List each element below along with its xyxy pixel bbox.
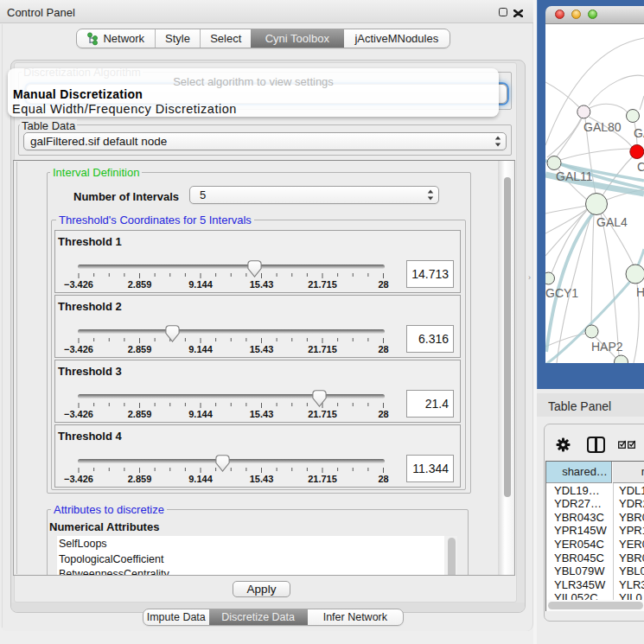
svg-text:GAL80: GAL80: [583, 120, 622, 134]
svg-text:HAP2: HAP2: [591, 340, 623, 354]
svg-text:GAL11: GAL11: [556, 169, 593, 183]
svg-text:GA: GA: [634, 126, 644, 140]
svg-text:C: C: [637, 160, 644, 174]
svg-text:GCY1: GCY1: [545, 286, 578, 300]
svg-text:GAL4: GAL4: [596, 215, 628, 229]
svg-text:H: H: [636, 285, 644, 299]
